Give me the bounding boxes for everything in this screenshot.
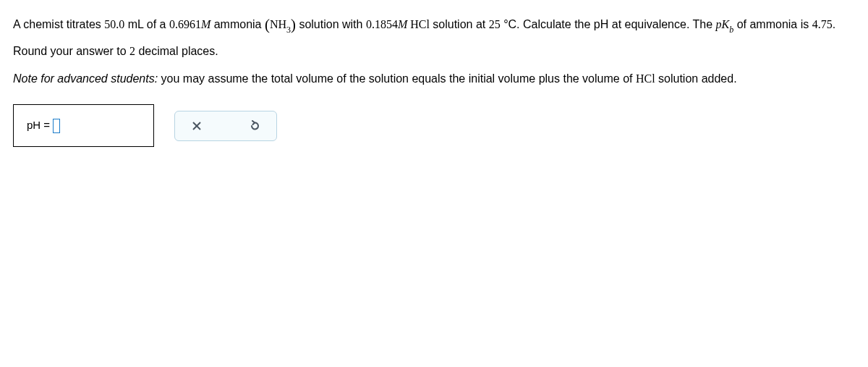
pkb-sub: b xyxy=(729,25,733,35)
text-segment: decimal places. xyxy=(135,45,218,57)
controls-box xyxy=(174,111,277,141)
paren-close: ) xyxy=(291,16,296,33)
clear-button[interactable] xyxy=(190,119,204,133)
text-segment: A chemist titrates xyxy=(13,18,104,30)
molar-unit: M xyxy=(398,18,407,30)
advanced-note: Note for advanced students: you may assu… xyxy=(13,68,855,90)
note-prefix: Note for advanced students: xyxy=(13,72,158,85)
text-segment: solution with xyxy=(296,18,366,30)
note-body: you may assume the total volume of the s… xyxy=(158,72,636,85)
ph-label: pH = xyxy=(27,115,50,136)
answer-box: pH = xyxy=(13,104,154,147)
reset-button[interactable] xyxy=(247,119,262,133)
text-segment: solution at xyxy=(430,18,489,30)
text-segment: ammonia xyxy=(210,18,265,30)
temperature: 25 xyxy=(489,18,501,30)
formula-nh3: NH xyxy=(270,18,286,30)
rounding-instruction: Round your answer to 2 decimal places. xyxy=(13,41,855,62)
close-icon xyxy=(191,120,203,132)
text-segment: °C. Calculate the pH at equivalence. The xyxy=(501,18,716,30)
conc-acid: 0.1854 xyxy=(366,18,398,30)
problem-statement: A chemist titrates 50.0 mL of a 0.6961M … xyxy=(13,9,855,38)
text-segment: Round your answer to xyxy=(13,45,129,57)
pkb-k: K xyxy=(722,18,730,30)
pkb-value: 4.75 xyxy=(812,18,833,30)
period: . xyxy=(833,18,835,30)
volume-base: 50.0 xyxy=(104,18,124,30)
note-formula: HCl xyxy=(636,72,655,85)
text-segment: mL of a xyxy=(124,18,169,30)
conc-base: 0.6961 xyxy=(169,18,201,30)
note-end: solution added. xyxy=(655,72,737,85)
formula-hcl: HCl xyxy=(407,18,430,30)
pkb-p: p xyxy=(716,18,722,30)
molar-unit: M xyxy=(201,18,210,30)
text-segment: of ammonia is xyxy=(733,18,812,30)
answer-row: pH = xyxy=(13,104,855,147)
paren-open: ( xyxy=(265,16,270,33)
decimal-places: 2 xyxy=(129,45,135,57)
undo-icon xyxy=(249,120,260,132)
ph-input[interactable] xyxy=(53,119,60,133)
